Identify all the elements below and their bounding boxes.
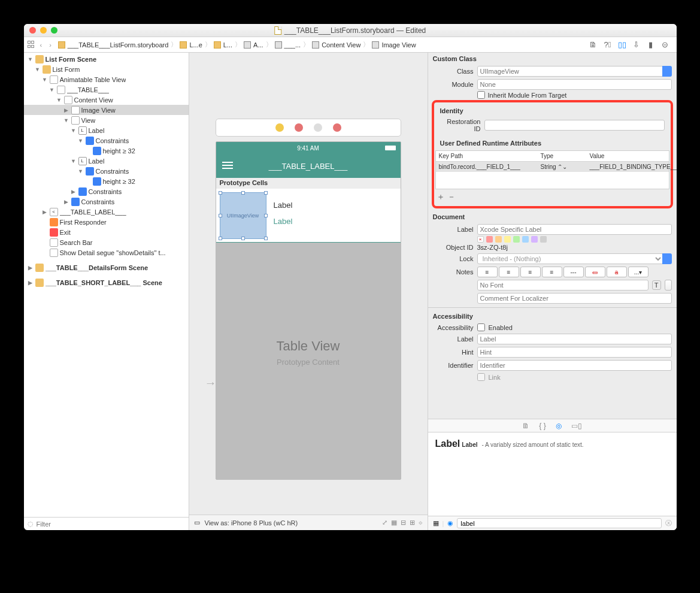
cell-label-1[interactable]: Label — [274, 201, 293, 217]
outline-row[interactable]: height ≥ 32 — [24, 146, 189, 156]
size-inspector-icon[interactable]: ▮ — [646, 40, 656, 49]
outline-row[interactable]: ▼LLabel — [24, 156, 189, 166]
color-swatch[interactable] — [513, 236, 520, 243]
class-dropdown-icon[interactable] — [662, 66, 672, 77]
breadcrumb[interactable]: ___TABLE___ListForm.storyboard 〉 L...e 〉… — [56, 40, 418, 49]
disclosure-icon[interactable]: ▼ — [78, 138, 84, 144]
color-swatch[interactable] — [495, 236, 502, 243]
outline-row[interactable]: ▶___TABLE_SHORT_LABEL___ Scene — [24, 277, 189, 288]
remove-attribute-button[interactable]: － — [446, 192, 457, 202]
udra-table[interactable]: Key Path Type Value bindTo.record.___FIE… — [435, 150, 669, 189]
outline-row[interactable]: height ≥ 32 — [24, 176, 189, 186]
minimize-icon[interactable] — [40, 27, 47, 34]
bc-6[interactable]: Image View — [381, 41, 416, 49]
close-icon[interactable] — [29, 27, 36, 34]
font-field[interactable] — [477, 280, 649, 291]
cell-label-2[interactable]: Label — [274, 217, 293, 226]
zoom-icon[interactable] — [51, 27, 57, 34]
table-cell[interactable]: UIImageView Label — [216, 189, 401, 243]
forward-button[interactable]: › — [47, 41, 54, 49]
udra-row-key[interactable]: bindTo.record.___FIELD_1___ — [436, 162, 538, 172]
udra-col-type[interactable]: Type — [538, 151, 587, 161]
image-view-selected[interactable]: UIImageView — [220, 192, 266, 239]
outline-row[interactable]: ▶Image View — [24, 105, 189, 115]
outline-row[interactable]: ▼Animatable Table View — [24, 74, 189, 84]
outline-row[interactable]: Exit — [24, 227, 189, 237]
outline-row[interactable]: ▼Constraints — [24, 135, 189, 146]
disclosure-icon[interactable]: ▼ — [56, 97, 62, 103]
file-template-icon[interactable]: 🗎 — [522, 422, 529, 430]
align-left-button[interactable]: ≡ — [477, 267, 498, 277]
outline-row[interactable]: First Responder — [24, 217, 189, 227]
bc-4[interactable]: ___... — [284, 41, 301, 49]
dash-button[interactable]: --- — [563, 267, 584, 277]
outline-row[interactable]: ▼Constraints — [24, 166, 189, 176]
outline-row[interactable]: ▼LLabel — [24, 125, 189, 135]
align-icon[interactable]: ⊟ — [401, 519, 406, 527]
outline-row[interactable]: Search Bar — [24, 237, 189, 247]
color-swatch[interactable] — [504, 236, 511, 243]
resize-handle[interactable] — [219, 237, 222, 240]
lock-select[interactable]: Inherited - (Nothing) — [477, 253, 663, 264]
disclosure-icon[interactable]: ▶ — [28, 280, 34, 286]
disclosure-icon[interactable]: ▼ — [28, 56, 34, 62]
connections-inspector-icon[interactable]: ⊝ — [660, 40, 671, 49]
bc-0[interactable]: ___TABLE___ListForm.storyboard — [68, 41, 169, 49]
zoom-icon[interactable]: ⤢ — [382, 519, 387, 527]
module-field[interactable] — [477, 79, 672, 90]
font-picker-icon[interactable]: T — [652, 280, 661, 290]
localizer-comment-field[interactable] — [477, 293, 672, 304]
strike-button[interactable]: ▭ — [585, 267, 605, 277]
resize-handle[interactable] — [241, 191, 245, 195]
color-swatch[interactable] — [522, 236, 529, 243]
disclosure-icon[interactable]: ▶ — [71, 189, 77, 195]
class-field[interactable] — [477, 66, 663, 77]
udra-col-keypath[interactable]: Key Path — [436, 151, 538, 161]
media-library-icon[interactable]: ▭▯ — [571, 422, 582, 430]
clear-color-icon[interactable]: × — [477, 236, 484, 243]
outline-row[interactable]: ▼View — [24, 115, 189, 125]
inherit-module-checkbox[interactable] — [477, 91, 485, 99]
resize-handle[interactable] — [241, 237, 245, 240]
disclosure-icon[interactable]: ▶ — [28, 265, 34, 271]
disclosure-icon[interactable]: ▶ — [42, 209, 48, 215]
udra-col-value[interactable]: Value — [587, 151, 669, 161]
udra-row-value[interactable]: ___FIELD_1_BINDING_TYPE___ — [587, 162, 677, 172]
align-right-button[interactable]: ≡ — [520, 267, 541, 277]
outline-row[interactable]: ▶___TABLE___DetailsForm Scene — [24, 262, 189, 273]
acc-enabled-checkbox[interactable] — [477, 323, 485, 331]
align-center-button[interactable]: ≡ — [499, 267, 519, 277]
outline-row[interactable]: ▼List Form Scene — [24, 54, 189, 64]
type-stepper-icon[interactable]: ⌃⌄ — [557, 164, 567, 170]
color-swatch[interactable] — [486, 236, 493, 243]
attributes-inspector-icon[interactable]: ⇩ — [631, 40, 642, 49]
disclosure-icon[interactable]: ▼ — [35, 66, 41, 72]
resize-handle[interactable] — [219, 191, 222, 195]
disclosure-icon[interactable]: ▼ — [78, 168, 84, 174]
grid-view-icon[interactable]: ▦ — [433, 519, 439, 527]
resize-handle[interactable] — [264, 237, 268, 240]
resolve-icon[interactable]: ⟐ — [419, 519, 423, 527]
related-items-icon[interactable] — [28, 41, 35, 49]
disclosure-icon[interactable]: ▼ — [71, 128, 77, 134]
file-inspector-icon[interactable]: 🗎 — [588, 40, 599, 49]
help-inspector-icon[interactable]: ?⃝ — [602, 40, 613, 49]
disclosure-icon[interactable]: ▼ — [42, 77, 48, 83]
align-justify-button[interactable]: ≡ — [542, 267, 562, 277]
code-snippet-icon[interactable]: { } — [539, 422, 546, 430]
disclosure-icon[interactable]: ▼ — [49, 87, 55, 93]
bc-3[interactable]: A... — [253, 41, 263, 49]
disclosure-icon[interactable]: ▶ — [63, 107, 69, 113]
object-library-icon[interactable]: ◎ — [556, 422, 562, 430]
disclosure-icon[interactable]: ▼ — [71, 158, 77, 164]
disclosure-icon[interactable]: ▼ — [63, 117, 69, 123]
identity-inspector-icon[interactable]: ▯▯ — [617, 40, 628, 49]
acc-label-field[interactable] — [477, 334, 672, 344]
doc-label-field[interactable] — [477, 224, 672, 235]
strike-a-button[interactable]: a — [607, 267, 627, 277]
outline-row[interactable]: ▶Constraints — [24, 186, 189, 196]
initial-view-arrow-icon[interactable]: → — [205, 376, 217, 390]
acc-link-checkbox[interactable] — [477, 373, 485, 381]
disclosure-icon[interactable]: ▶ — [63, 199, 69, 205]
outline-row[interactable]: Show Detail segue "showDetails" t... — [24, 247, 189, 258]
